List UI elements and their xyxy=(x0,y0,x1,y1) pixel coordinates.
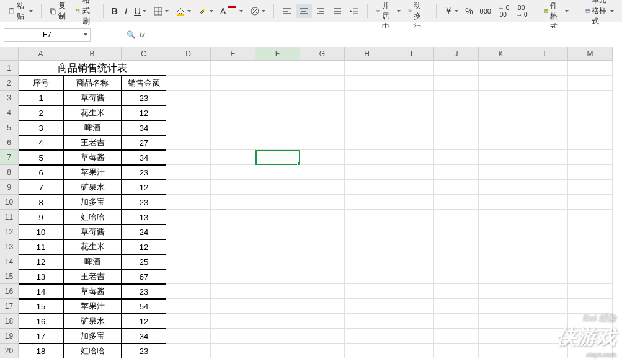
cell[interactable] xyxy=(211,195,255,210)
cell[interactable] xyxy=(434,180,479,195)
cell[interactable]: 草莓酱 xyxy=(63,150,122,165)
cell[interactable] xyxy=(389,165,434,180)
cell[interactable]: 23 xyxy=(122,195,166,210)
cell[interactable] xyxy=(523,299,568,314)
cell[interactable] xyxy=(434,91,479,105)
cell[interactable] xyxy=(345,299,389,314)
cell[interactable]: 9 xyxy=(19,210,63,224)
cell[interactable] xyxy=(300,91,345,105)
cell[interactable] xyxy=(568,239,613,254)
cell[interactable] xyxy=(211,150,255,165)
cell[interactable] xyxy=(479,239,523,254)
cell[interactable] xyxy=(434,314,479,329)
cell[interactable] xyxy=(568,76,613,91)
cell[interactable] xyxy=(345,269,389,284)
cell[interactable] xyxy=(166,165,211,180)
cell[interactable] xyxy=(345,105,389,120)
column-header[interactable]: L xyxy=(523,47,568,61)
cell[interactable]: 矿泉水 xyxy=(63,314,122,329)
row-header[interactable]: 4 xyxy=(0,105,19,120)
column-header[interactable]: B xyxy=(63,47,122,61)
cell[interactable] xyxy=(300,314,345,329)
cells-area[interactable]: 商品销售统计表序号商品名称销售金额1草莓酱232花生米123啤酒344王老吉27… xyxy=(19,61,613,358)
cell[interactable] xyxy=(211,210,255,224)
row-header[interactable]: 20 xyxy=(0,344,19,358)
cell[interactable]: 23 xyxy=(122,91,166,105)
cell[interactable] xyxy=(434,299,479,314)
cell[interactable] xyxy=(345,180,389,195)
cell[interactable] xyxy=(211,105,255,120)
cell[interactable] xyxy=(300,165,345,180)
cell[interactable] xyxy=(255,120,300,135)
cell[interactable] xyxy=(479,150,523,165)
border-button[interactable] xyxy=(150,4,172,18)
cell[interactable] xyxy=(479,91,523,105)
cell[interactable]: 花生米 xyxy=(63,105,122,120)
percent-button[interactable]: % xyxy=(462,4,476,18)
fill-color-button[interactable] xyxy=(172,4,194,18)
row-header[interactable]: 11 xyxy=(0,210,19,224)
cell[interactable]: 苹果汁 xyxy=(63,299,122,314)
cell[interactable]: 34 xyxy=(122,329,166,344)
cell[interactable] xyxy=(211,299,255,314)
cell[interactable] xyxy=(166,299,211,314)
cell[interactable] xyxy=(166,91,211,105)
cell[interactable] xyxy=(166,269,211,284)
cell[interactable] xyxy=(166,224,211,239)
increase-decimal-button[interactable]: .00→.0 xyxy=(513,2,530,20)
cell[interactable]: 啤酒 xyxy=(63,120,122,135)
cell[interactable] xyxy=(211,314,255,329)
cell[interactable] xyxy=(211,239,255,254)
cell[interactable] xyxy=(479,195,523,210)
cell[interactable] xyxy=(211,61,255,76)
align-right-button[interactable] xyxy=(313,4,329,18)
cell[interactable] xyxy=(479,344,523,358)
cell[interactable]: 23 xyxy=(122,165,166,180)
cell[interactable] xyxy=(389,76,434,91)
cell[interactable]: 草莓酱 xyxy=(63,284,122,299)
cell[interactable] xyxy=(166,180,211,195)
cell[interactable] xyxy=(479,314,523,329)
cell[interactable] xyxy=(523,150,568,165)
cell[interactable] xyxy=(568,61,613,76)
cell[interactable] xyxy=(300,76,345,91)
cell[interactable] xyxy=(568,120,613,135)
column-header[interactable]: C xyxy=(122,47,166,61)
fx-icon[interactable]: fx xyxy=(140,30,145,39)
cell[interactable]: 13 xyxy=(19,269,63,284)
row-header[interactable]: 6 xyxy=(0,135,19,150)
row-header[interactable]: 14 xyxy=(0,254,19,269)
cell[interactable] xyxy=(523,269,568,284)
cell[interactable] xyxy=(345,195,389,210)
row-header[interactable]: 17 xyxy=(0,299,19,314)
cell[interactable] xyxy=(389,299,434,314)
cell[interactable]: 23 xyxy=(122,344,166,358)
cell[interactable] xyxy=(255,180,300,195)
cell[interactable] xyxy=(434,269,479,284)
formula-input[interactable] xyxy=(150,28,618,42)
cell[interactable] xyxy=(345,210,389,224)
cell[interactable] xyxy=(255,284,300,299)
cell[interactable] xyxy=(479,224,523,239)
cell[interactable] xyxy=(389,120,434,135)
cell[interactable] xyxy=(211,165,255,180)
cell[interactable]: 草莓酱 xyxy=(63,91,122,105)
cell[interactable] xyxy=(345,76,389,91)
cell[interactable] xyxy=(345,224,389,239)
column-header[interactable]: A xyxy=(19,47,63,61)
cell[interactable] xyxy=(300,135,345,150)
cell[interactable] xyxy=(568,254,613,269)
cell[interactable]: 加多宝 xyxy=(63,329,122,344)
cell[interactable] xyxy=(389,269,434,284)
cell[interactable] xyxy=(568,180,613,195)
cell[interactable] xyxy=(300,105,345,120)
cell[interactable]: 18 xyxy=(19,344,63,358)
cell[interactable] xyxy=(434,344,479,358)
cell[interactable] xyxy=(523,91,568,105)
cell[interactable] xyxy=(434,105,479,120)
cell[interactable] xyxy=(211,135,255,150)
cell[interactable]: 商品销售统计表 xyxy=(19,61,166,76)
cell[interactable] xyxy=(568,284,613,299)
cell[interactable]: 11 xyxy=(19,239,63,254)
cell[interactable]: 2 xyxy=(19,105,63,120)
